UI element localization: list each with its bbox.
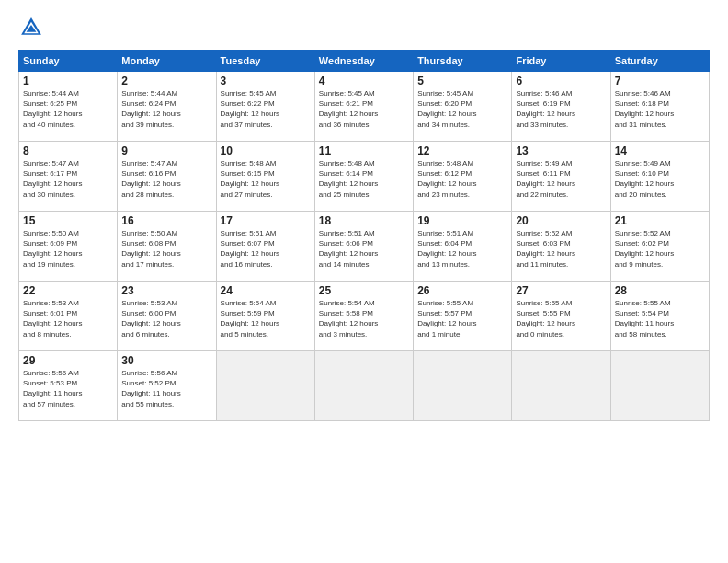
- day-info: Sunrise: 5:53 AM Sunset: 6:01 PM Dayligh…: [23, 298, 113, 339]
- calendar-cell: 22Sunrise: 5:53 AM Sunset: 6:01 PM Dayli…: [19, 282, 118, 351]
- day-number: 24: [221, 284, 311, 297]
- day-info: Sunrise: 5:50 AM Sunset: 6:09 PM Dayligh…: [23, 228, 113, 270]
- day-info: Sunrise: 5:51 AM Sunset: 6:06 PM Dayligh…: [319, 228, 409, 270]
- calendar-cell: 5Sunrise: 5:45 AM Sunset: 6:20 PM Daylig…: [414, 72, 512, 142]
- calendar-cell: 3Sunrise: 5:45 AM Sunset: 6:22 PM Daylig…: [216, 72, 314, 142]
- day-number: 3: [221, 75, 311, 87]
- day-number: 30: [121, 354, 211, 367]
- day-info: Sunrise: 5:51 AM Sunset: 6:07 PM Dayligh…: [221, 228, 311, 270]
- calendar-cell: 26Sunrise: 5:55 AM Sunset: 5:57 PM Dayli…: [414, 282, 512, 351]
- day-number: 15: [23, 214, 113, 227]
- calendar-cell: 10Sunrise: 5:48 AM Sunset: 6:15 PM Dayli…: [216, 142, 314, 212]
- header-cell-friday: Friday: [512, 51, 610, 72]
- day-info: Sunrise: 5:55 AM Sunset: 5:54 PM Dayligh…: [615, 298, 705, 339]
- day-info: Sunrise: 5:47 AM Sunset: 6:16 PM Dayligh…: [121, 158, 211, 200]
- calendar-cell: [610, 351, 709, 421]
- calendar-cell: 20Sunrise: 5:52 AM Sunset: 6:03 PM Dayli…: [512, 212, 610, 282]
- day-info: Sunrise: 5:46 AM Sunset: 6:18 PM Dayligh…: [615, 88, 705, 130]
- page: SundayMondayTuesdayWednesdayThursdayFrid…: [0, 0, 728, 563]
- day-info: Sunrise: 5:45 AM Sunset: 6:20 PM Dayligh…: [417, 88, 507, 130]
- day-info: Sunrise: 5:56 AM Sunset: 5:53 PM Dayligh…: [23, 368, 113, 409]
- day-number: 22: [23, 284, 113, 297]
- calendar-cell: 17Sunrise: 5:51 AM Sunset: 6:07 PM Dayli…: [216, 212, 314, 282]
- calendar-cell: 9Sunrise: 5:47 AM Sunset: 6:16 PM Daylig…: [118, 142, 216, 212]
- day-info: Sunrise: 5:55 AM Sunset: 5:57 PM Dayligh…: [417, 298, 507, 339]
- calendar-week-4: 22Sunrise: 5:53 AM Sunset: 6:01 PM Dayli…: [19, 282, 710, 351]
- header-cell-monday: Monday: [118, 51, 216, 72]
- header-cell-tuesday: Tuesday: [216, 51, 314, 72]
- day-number: 11: [319, 144, 409, 157]
- logo: [18, 15, 48, 40]
- calendar-cell: [512, 351, 610, 421]
- header-cell-thursday: Thursday: [414, 51, 512, 72]
- calendar-cell: 16Sunrise: 5:50 AM Sunset: 6:08 PM Dayli…: [118, 212, 216, 282]
- day-number: 23: [121, 284, 211, 297]
- calendar-header-row: SundayMondayTuesdayWednesdayThursdayFrid…: [19, 51, 710, 72]
- header: [18, 15, 710, 40]
- calendar-cell: 12Sunrise: 5:48 AM Sunset: 6:12 PM Dayli…: [414, 142, 512, 212]
- day-info: Sunrise: 5:54 AM Sunset: 5:58 PM Dayligh…: [319, 298, 409, 339]
- day-info: Sunrise: 5:44 AM Sunset: 6:24 PM Dayligh…: [121, 88, 211, 130]
- calendar-cell: 14Sunrise: 5:49 AM Sunset: 6:10 PM Dayli…: [610, 142, 709, 212]
- day-number: 13: [516, 144, 606, 157]
- day-number: 6: [516, 75, 606, 87]
- day-info: Sunrise: 5:54 AM Sunset: 5:59 PM Dayligh…: [221, 298, 311, 339]
- calendar-cell: 29Sunrise: 5:56 AM Sunset: 5:53 PM Dayli…: [19, 351, 118, 421]
- day-info: Sunrise: 5:52 AM Sunset: 6:02 PM Dayligh…: [615, 228, 705, 270]
- day-number: 8: [23, 144, 113, 157]
- calendar-cell: 30Sunrise: 5:56 AM Sunset: 5:52 PM Dayli…: [118, 351, 216, 421]
- calendar-cell: 4Sunrise: 5:45 AM Sunset: 6:21 PM Daylig…: [314, 72, 413, 142]
- day-number: 21: [615, 214, 705, 227]
- calendar-cell: 2Sunrise: 5:44 AM Sunset: 6:24 PM Daylig…: [118, 72, 216, 142]
- day-number: 26: [417, 284, 507, 297]
- day-number: 19: [417, 214, 507, 227]
- day-info: Sunrise: 5:50 AM Sunset: 6:08 PM Dayligh…: [121, 228, 211, 270]
- day-number: 14: [615, 144, 705, 157]
- calendar-cell: 19Sunrise: 5:51 AM Sunset: 6:04 PM Dayli…: [414, 212, 512, 282]
- calendar-cell: 23Sunrise: 5:53 AM Sunset: 6:00 PM Dayli…: [118, 282, 216, 351]
- day-info: Sunrise: 5:48 AM Sunset: 6:12 PM Dayligh…: [417, 158, 507, 200]
- day-number: 4: [319, 75, 409, 87]
- day-info: Sunrise: 5:49 AM Sunset: 6:11 PM Dayligh…: [516, 158, 606, 200]
- calendar-cell: [216, 351, 314, 421]
- calendar-cell: 27Sunrise: 5:55 AM Sunset: 5:55 PM Dayli…: [512, 282, 610, 351]
- calendar-table: SundayMondayTuesdayWednesdayThursdayFrid…: [18, 50, 710, 421]
- calendar-cell: 15Sunrise: 5:50 AM Sunset: 6:09 PM Dayli…: [19, 212, 118, 282]
- logo-icon: [18, 15, 44, 40]
- day-number: 7: [615, 75, 705, 87]
- calendar-cell: 1Sunrise: 5:44 AM Sunset: 6:25 PM Daylig…: [19, 72, 118, 142]
- calendar-cell: 11Sunrise: 5:48 AM Sunset: 6:14 PM Dayli…: [314, 142, 413, 212]
- header-cell-wednesday: Wednesday: [314, 51, 413, 72]
- calendar-cell: 25Sunrise: 5:54 AM Sunset: 5:58 PM Dayli…: [314, 282, 413, 351]
- day-info: Sunrise: 5:47 AM Sunset: 6:17 PM Dayligh…: [23, 158, 113, 200]
- day-number: 20: [516, 214, 606, 227]
- calendar-week-2: 8Sunrise: 5:47 AM Sunset: 6:17 PM Daylig…: [19, 142, 710, 212]
- day-info: Sunrise: 5:46 AM Sunset: 6:19 PM Dayligh…: [516, 88, 606, 130]
- day-info: Sunrise: 5:44 AM Sunset: 6:25 PM Dayligh…: [23, 88, 113, 130]
- day-info: Sunrise: 5:55 AM Sunset: 5:55 PM Dayligh…: [516, 298, 606, 339]
- calendar-week-1: 1Sunrise: 5:44 AM Sunset: 6:25 PM Daylig…: [19, 72, 710, 142]
- day-info: Sunrise: 5:45 AM Sunset: 6:22 PM Dayligh…: [221, 88, 311, 130]
- header-cell-saturday: Saturday: [610, 51, 709, 72]
- calendar-cell: 18Sunrise: 5:51 AM Sunset: 6:06 PM Dayli…: [314, 212, 413, 282]
- day-number: 2: [121, 75, 211, 87]
- day-number: 27: [516, 284, 606, 297]
- day-number: 28: [615, 284, 705, 297]
- day-number: 12: [417, 144, 507, 157]
- day-info: Sunrise: 5:56 AM Sunset: 5:52 PM Dayligh…: [121, 368, 211, 409]
- calendar-week-3: 15Sunrise: 5:50 AM Sunset: 6:09 PM Dayli…: [19, 212, 710, 282]
- day-number: 25: [319, 284, 409, 297]
- day-info: Sunrise: 5:49 AM Sunset: 6:10 PM Dayligh…: [615, 158, 705, 200]
- day-info: Sunrise: 5:51 AM Sunset: 6:04 PM Dayligh…: [417, 228, 507, 270]
- day-number: 5: [417, 75, 507, 87]
- day-info: Sunrise: 5:48 AM Sunset: 6:15 PM Dayligh…: [221, 158, 311, 200]
- calendar-cell: 7Sunrise: 5:46 AM Sunset: 6:18 PM Daylig…: [610, 72, 709, 142]
- day-info: Sunrise: 5:48 AM Sunset: 6:14 PM Dayligh…: [319, 158, 409, 200]
- calendar-cell: 13Sunrise: 5:49 AM Sunset: 6:11 PM Dayli…: [512, 142, 610, 212]
- day-number: 29: [23, 354, 113, 367]
- day-number: 1: [23, 75, 113, 87]
- day-info: Sunrise: 5:53 AM Sunset: 6:00 PM Dayligh…: [121, 298, 211, 339]
- header-cell-sunday: Sunday: [19, 51, 118, 72]
- day-number: 9: [121, 144, 211, 157]
- day-number: 17: [221, 214, 311, 227]
